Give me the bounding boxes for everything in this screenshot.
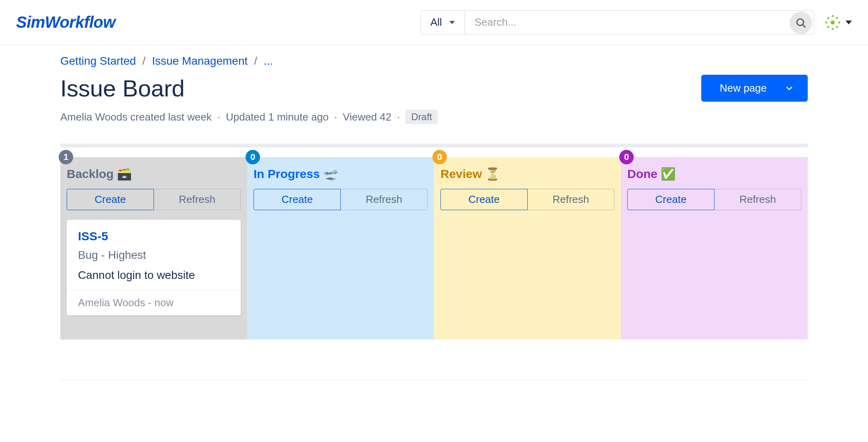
issue-footer: Amelia Woods - now	[67, 290, 241, 315]
column-count-review: 0	[432, 150, 447, 164]
page-meta: Amelia Woods created last week · Updated…	[60, 110, 808, 124]
main: Getting Started / Issue Management / ...…	[0, 45, 868, 380]
footer-divider	[60, 380, 808, 380]
meta-updated: Updated 1 minute ago	[226, 111, 329, 123]
refresh-button-done[interactable]: Refresh	[714, 189, 801, 210]
new-page-button[interactable]: New page	[701, 75, 808, 102]
search-icon	[795, 17, 807, 29]
issue-id: ISS-5	[78, 229, 229, 243]
breadcrumb-sep: /	[254, 55, 257, 68]
issue-type: Bug - Highest	[78, 249, 229, 262]
search-filter-dropdown[interactable]: All	[421, 11, 465, 34]
refresh-button-in-progress[interactable]: Refresh	[341, 189, 428, 210]
avatar-icon	[824, 14, 841, 31]
create-button-in-progress[interactable]: Create	[254, 189, 341, 210]
svg-point-10	[836, 26, 838, 28]
search-group: All	[420, 10, 814, 35]
svg-point-7	[827, 17, 829, 19]
column-in-progress: 0 In Progress 🛫 Create Refresh	[247, 157, 434, 340]
logo[interactable]: SimWorkflow	[16, 13, 115, 31]
box-icon: 🗃️	[117, 167, 132, 181]
breadcrumb-item-issue-management[interactable]: Issue Management	[152, 55, 248, 68]
svg-point-6	[838, 21, 840, 23]
progress-icon: 🛫	[323, 167, 338, 181]
svg-point-4	[832, 28, 834, 30]
column-count-backlog: 1	[59, 150, 73, 164]
svg-point-8	[836, 17, 838, 19]
svg-line-1	[803, 25, 805, 27]
column-title-in-progress: In Progress 🛫	[254, 167, 428, 181]
column-count-in-progress: 0	[246, 150, 260, 164]
column-title-backlog: Backlog 🗃️	[67, 167, 241, 181]
create-button-backlog[interactable]: Create	[67, 189, 154, 210]
refresh-button-review[interactable]: Refresh	[528, 189, 614, 210]
new-page-label: New page	[720, 82, 767, 94]
check-icon: ✅	[661, 167, 676, 181]
breadcrumb-more[interactable]: ...	[264, 55, 273, 68]
svg-point-2	[831, 20, 835, 25]
svg-point-9	[827, 26, 829, 28]
draft-badge: Draft	[405, 110, 438, 124]
breadcrumb-item-getting-started[interactable]: Getting Started	[60, 55, 136, 68]
column-backlog: 1 Backlog 🗃️ Create Refresh ISS-5 Bug - …	[60, 157, 247, 340]
chevron-down-icon	[845, 20, 852, 25]
page-title: Issue Board	[60, 75, 701, 102]
hourglass-icon: ⏳	[485, 167, 500, 181]
user-menu[interactable]	[824, 14, 852, 31]
kanban-board: 1 Backlog 🗃️ Create Refresh ISS-5 Bug - …	[60, 157, 808, 340]
refresh-button-backlog[interactable]: Refresh	[154, 189, 241, 210]
chevron-down-icon	[786, 85, 792, 92]
issue-summary: Cannot login to website	[78, 269, 229, 282]
column-done: 0 Done ✅ Create Refresh	[621, 157, 808, 340]
column-title-review: Review ⏳	[440, 167, 614, 181]
issue-card[interactable]: ISS-5 Bug - Highest Cannot login to webs…	[67, 220, 241, 315]
divider	[60, 143, 808, 147]
breadcrumb-sep: /	[142, 55, 145, 68]
meta-author: Amelia Woods created last week	[60, 111, 212, 123]
svg-point-3	[832, 15, 834, 17]
meta-viewed: Viewed 42	[343, 111, 391, 123]
search-input[interactable]	[465, 11, 790, 34]
search-button[interactable]	[790, 12, 812, 34]
search-filter-label: All	[430, 16, 442, 29]
create-button-done[interactable]: Create	[627, 189, 714, 210]
create-button-review[interactable]: Create	[440, 189, 528, 210]
breadcrumb: Getting Started / Issue Management / ...	[60, 55, 808, 68]
column-count-done: 0	[619, 150, 634, 164]
title-row: Issue Board New page	[60, 75, 808, 102]
column-review: 0 Review ⏳ Create Refresh	[434, 157, 621, 340]
svg-point-5	[825, 21, 827, 23]
caret-down-icon	[449, 21, 455, 24]
topbar: SimWorkflow All	[0, 0, 868, 45]
column-title-done: Done ✅	[627, 167, 801, 181]
